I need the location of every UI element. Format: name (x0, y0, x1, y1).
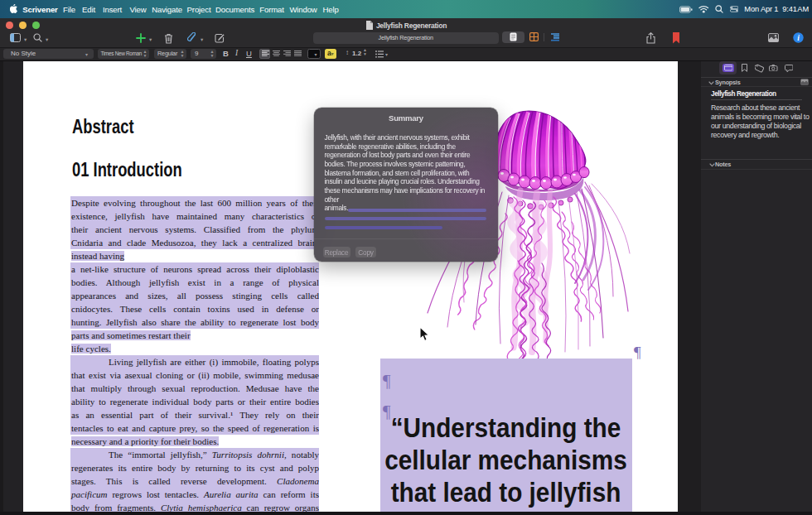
svg-text:i: i (797, 34, 800, 42)
